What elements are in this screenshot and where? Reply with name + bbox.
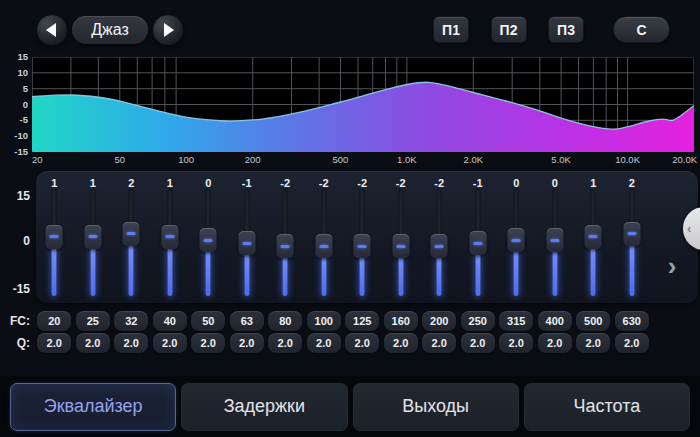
band-q-chip[interactable]: 2.0 — [345, 333, 379, 353]
band-q-chip[interactable]: 2.0 — [615, 333, 649, 353]
band-slider[interactable] — [343, 189, 382, 296]
band-fc-chip[interactable]: 50 — [191, 311, 225, 331]
left-arrow-icon — [46, 23, 56, 37]
band-slider[interactable] — [74, 189, 113, 296]
eq-band-20hz: 1 20 2.0 — [35, 171, 74, 356]
slider-thumb-marker-icon — [396, 245, 405, 248]
preset-next-button[interactable] — [152, 14, 184, 46]
band-q-chip[interactable]: 2.0 — [461, 333, 495, 353]
slider-thumb[interactable] — [161, 225, 178, 249]
band-q-chip[interactable]: 2.0 — [37, 333, 71, 353]
band-fc-chip[interactable]: 500 — [576, 311, 610, 331]
slider-thumb[interactable] — [277, 234, 294, 258]
slider-thumb[interactable] — [508, 228, 525, 252]
slider-thumb[interactable] — [392, 234, 409, 258]
preset-memory-button-2[interactable]: П2 — [491, 16, 527, 43]
slider-thumb[interactable] — [623, 222, 640, 246]
slider-thumb[interactable] — [200, 228, 217, 252]
tab-equalizer[interactable]: Эквалайзер — [10, 383, 176, 431]
band-fc-chip[interactable]: 400 — [538, 311, 572, 331]
band-fc-chip[interactable]: 20 — [37, 311, 71, 331]
band-fc-chip[interactable]: 315 — [499, 311, 533, 331]
band-fc-chip[interactable]: 32 — [114, 311, 148, 331]
band-q-chip[interactable]: 2.0 — [76, 333, 110, 353]
band-slider[interactable] — [459, 189, 498, 296]
graph-x-tick: 20 — [32, 154, 43, 165]
slider-axis-bottom-label: -15 — [0, 282, 30, 296]
band-q-chip[interactable]: 2.0 — [538, 333, 572, 353]
band-gain-value: -2 — [305, 177, 344, 189]
band-q-chip[interactable]: 2.0 — [230, 333, 264, 353]
band-slider[interactable] — [420, 189, 459, 296]
band-slider[interactable] — [112, 189, 151, 296]
band-slider[interactable] — [35, 189, 74, 296]
band-slider[interactable] — [382, 189, 421, 296]
band-gain-value: 1 — [35, 177, 74, 189]
band-gain-value: -2 — [343, 177, 382, 189]
band-fc-chip[interactable]: 160 — [384, 311, 418, 331]
preset-memory-button-1[interactable]: П1 — [433, 16, 469, 43]
graph-x-tick: 200 — [245, 154, 261, 165]
band-q-chip[interactable]: 2.0 — [307, 333, 341, 353]
preset-prev-button[interactable] — [36, 14, 68, 46]
band-slider[interactable] — [574, 189, 613, 296]
slider-thumb[interactable] — [354, 234, 371, 258]
slider-thumb[interactable] — [238, 231, 255, 255]
eq-band-500hz: 1 500 2.0 — [574, 171, 613, 356]
band-q-chip[interactable]: 2.0 — [268, 333, 302, 353]
band-fc-chip[interactable]: 630 — [615, 311, 649, 331]
band-q-chip[interactable]: 2.0 — [153, 333, 187, 353]
eq-band-400hz: 0 400 2.0 — [536, 171, 575, 356]
band-q-chip[interactable]: 2.0 — [576, 333, 610, 353]
band-slider[interactable] — [305, 189, 344, 296]
band-q-chip[interactable]: 2.0 — [191, 333, 225, 353]
band-fc-chip[interactable]: 250 — [461, 311, 495, 331]
band-gain-value: 2 — [112, 177, 151, 189]
band-slider[interactable] — [266, 189, 305, 296]
eq-band-80hz: -2 80 2.0 — [266, 171, 305, 356]
band-fc-chip[interactable]: 25 — [76, 311, 110, 331]
band-slider[interactable] — [536, 189, 575, 296]
band-slider[interactable] — [613, 189, 652, 296]
band-fc-chip[interactable]: 40 — [153, 311, 187, 331]
tab-frequency[interactable]: Частота — [524, 383, 690, 431]
slider-thumb[interactable] — [123, 222, 140, 246]
next-bands-chevron[interactable]: › — [659, 251, 685, 281]
slider-thumb[interactable] — [431, 234, 448, 258]
band-slider[interactable] — [228, 189, 267, 296]
graph-y-tick: -15 — [0, 147, 28, 157]
slider-thumb[interactable] — [46, 225, 63, 249]
band-q-chip[interactable]: 2.0 — [422, 333, 456, 353]
reset-button[interactable]: С — [613, 16, 670, 43]
slider-thumb[interactable] — [585, 225, 602, 249]
slider-thumb[interactable] — [546, 228, 563, 252]
band-q-chip[interactable]: 2.0 — [114, 333, 148, 353]
slider-thumb[interactable] — [315, 234, 332, 258]
eq-band-250hz: -1 250 2.0 — [459, 171, 498, 356]
band-q-chip[interactable]: 2.0 — [384, 333, 418, 353]
band-slider[interactable] — [151, 189, 190, 296]
tab-outputs[interactable]: Выходы — [353, 383, 519, 431]
band-gain-value: 1 — [574, 177, 613, 189]
band-gain-value: 1 — [74, 177, 113, 189]
preset-memory-button-3[interactable]: П3 — [548, 16, 584, 43]
eq-band-25hz: 1 25 2.0 — [74, 171, 113, 356]
band-fc-chip[interactable]: 100 — [307, 311, 341, 331]
band-sliders-group: 1 20 2.0 1 25 2.0 2 32 — [35, 171, 651, 356]
band-fc-chip[interactable]: 63 — [230, 311, 264, 331]
slider-thumb[interactable] — [469, 231, 486, 255]
band-q-chip[interactable]: 2.0 — [499, 333, 533, 353]
slider-thumb-marker-icon — [473, 242, 482, 245]
tab-delays[interactable]: Задержки — [181, 383, 347, 431]
band-slider[interactable] — [497, 189, 536, 296]
graph-x-tick: 20.0K — [672, 154, 697, 165]
band-fc-chip[interactable]: 80 — [268, 311, 302, 331]
eq-band-200hz: -2 200 2.0 — [420, 171, 459, 356]
band-fc-chip[interactable]: 200 — [422, 311, 456, 331]
band-fc-chip[interactable]: 125 — [345, 311, 379, 331]
band-slider[interactable] — [189, 189, 228, 296]
slider-thumb[interactable] — [84, 225, 101, 249]
eq-band-315hz: 0 315 2.0 — [497, 171, 536, 356]
equalizer-screen: Джаз П1П2П3 С 151050-5-10-15 20501002005… — [0, 0, 700, 437]
preset-name[interactable]: Джаз — [72, 16, 148, 44]
